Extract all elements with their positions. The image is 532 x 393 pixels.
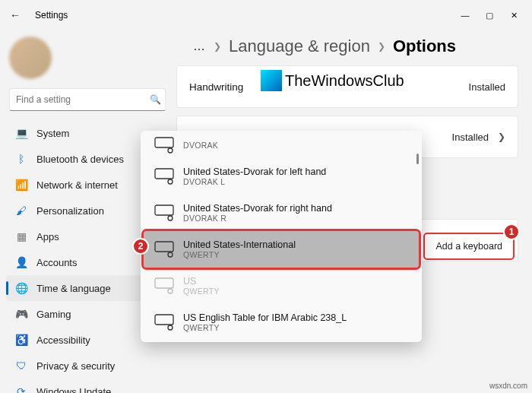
status-text: Installed	[469, 81, 505, 93]
sidebar-item-label: Personalization	[36, 205, 104, 217]
row-label: Handwriting	[189, 81, 243, 93]
keyboard-layout: DVORAK	[183, 141, 218, 150]
keyboard-name: United States-Dvorak for left hand	[183, 166, 326, 177]
gamepad-icon: 🎮	[14, 306, 29, 322]
keyboard-option[interactable]: United States-Dvorak for left handDVORAK…	[144, 158, 419, 195]
search-input-wrap[interactable]: 🔍	[9, 88, 166, 111]
sidebar-item-label: Accounts	[36, 257, 77, 268]
shield-icon: 🛡	[14, 358, 29, 373]
svg-point-12	[168, 216, 173, 220]
svg-point-14	[168, 252, 173, 257]
keyboard-option[interactable]: US English Table for IBM Arabic 238_LQWE…	[144, 304, 419, 341]
svg-rect-11	[155, 205, 173, 215]
keyboard-name: US English Table for IBM Arabic 238_L	[183, 312, 347, 323]
svg-rect-15	[155, 278, 173, 288]
sidebar-item-label: Bluetooth & devices	[36, 154, 124, 165]
keyboard-option[interactable]: United States-DvorakDVORAK	[144, 132, 419, 158]
keyboard-icon	[154, 277, 174, 294]
svg-point-8	[168, 148, 173, 153]
window-title: Settings	[35, 10, 68, 21]
callout-badge-1: 1	[503, 223, 520, 240]
keyboard-icon	[154, 204, 174, 221]
keyboard-layout: DVORAK R	[183, 214, 332, 223]
breadcrumb-ellipsis[interactable]: …	[193, 40, 206, 53]
paint-icon: 🖌	[14, 203, 29, 218]
scrollbar-thumb[interactable]	[416, 154, 419, 164]
breadcrumb-current: Options	[393, 36, 456, 56]
back-button[interactable]: ←	[6, 6, 24, 24]
maximize-button[interactable]: ▢	[477, 5, 502, 26]
handwriting-row[interactable]: Handwriting Installed	[177, 66, 518, 107]
wifi-icon: 📶	[14, 177, 29, 192]
sidebar-item-label: Accessibility	[36, 334, 90, 346]
refresh-icon: ⟳	[14, 384, 29, 393]
sidebar-item-label: System	[36, 128, 69, 139]
globe-clock-icon: 🌐	[14, 280, 29, 296]
svg-point-18	[168, 325, 173, 330]
svg-rect-17	[155, 315, 173, 325]
accessibility-icon: ♿	[14, 332, 29, 347]
keyboard-option[interactable]: United States-Dvorak for right handDVORA…	[144, 195, 419, 231]
keyboard-name: US	[183, 276, 220, 287]
sidebar-item-update[interactable]: ⟳Windows Update	[6, 379, 169, 393]
svg-rect-7	[155, 138, 173, 147]
svg-rect-13	[155, 242, 173, 252]
keyboard-layout: QWERTY	[183, 323, 347, 332]
keyboard-icon	[154, 314, 174, 331]
sidebar-item-label: Gaming	[36, 309, 71, 320]
sidebar-item-label: Network & internet	[36, 179, 118, 191]
svg-rect-9	[155, 169, 173, 179]
keyboard-icon	[154, 241, 174, 258]
keyboard-layout: QWERTY	[183, 250, 296, 259]
minimize-button[interactable]: —	[453, 5, 477, 26]
keyboard-name: United States-International	[183, 239, 296, 250]
breadcrumb: … ❯ Language & region ❯ Options	[176, 30, 518, 65]
keyboard-icon	[154, 137, 174, 154]
keyboard-layout: DVORAK L	[183, 177, 326, 186]
apps-icon: ▦	[14, 229, 29, 244]
search-input[interactable]	[10, 94, 145, 105]
sidebar-item-label: Windows Update	[36, 386, 111, 394]
keyboard-layout-popup: United States-DvorakDVORAK United States…	[141, 131, 422, 342]
callout-badge-2: 2	[132, 238, 149, 255]
attribution-text: wsxdn.com	[489, 382, 527, 390]
bluetooth-icon: ᛒ	[14, 151, 29, 166]
chevron-right-icon: ❯	[498, 132, 505, 142]
svg-point-10	[168, 179, 173, 184]
keyboard-layout: QWERTY	[183, 287, 220, 296]
keyboard-name: United States-Dvorak for right hand	[183, 203, 332, 214]
keyboard-option-selected[interactable]: United States-InternationalQWERTY	[144, 231, 419, 268]
user-avatar[interactable]	[9, 36, 52, 79]
keyboard-option-disabled: USQWERTY	[144, 268, 419, 304]
person-icon: 👤	[14, 255, 29, 270]
breadcrumb-parent[interactable]: Language & region	[229, 36, 370, 56]
add-keyboard-button[interactable]: Add a keyboard	[424, 233, 514, 259]
system-icon: 💻	[14, 125, 29, 141]
svg-point-16	[168, 289, 173, 293]
chevron-right-icon: ❯	[214, 41, 221, 52]
search-icon: 🔍	[145, 94, 165, 105]
sidebar-item-label: Time & language	[36, 283, 111, 294]
sidebar-item-label: Apps	[36, 231, 59, 242]
sidebar-item-privacy[interactable]: 🛡Privacy & security	[6, 353, 169, 379]
status-text: Installed	[452, 132, 489, 143]
chevron-right-icon: ❯	[378, 41, 385, 52]
add-keyboard-label: Add a keyboard	[435, 241, 502, 252]
keyboard-icon	[154, 168, 174, 185]
sidebar-item-label: Privacy & security	[36, 360, 115, 372]
close-button[interactable]: ✕	[502, 5, 526, 26]
